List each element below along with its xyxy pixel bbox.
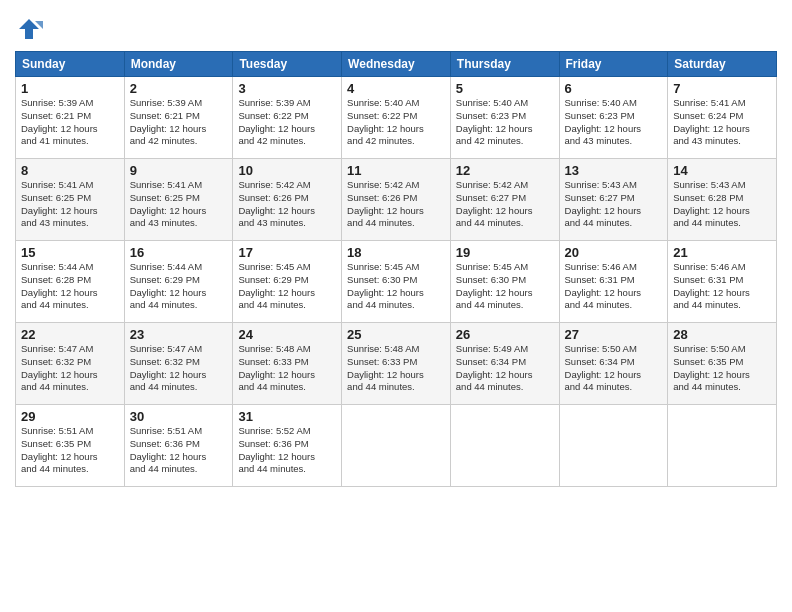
- day-info: Sunrise: 5:44 AMSunset: 6:28 PMDaylight:…: [21, 261, 98, 310]
- day-cell: 16 Sunrise: 5:44 AMSunset: 6:29 PMDaylig…: [124, 241, 233, 323]
- header-cell-sunday: Sunday: [16, 52, 125, 77]
- day-cell: 23 Sunrise: 5:47 AMSunset: 6:32 PMDaylig…: [124, 323, 233, 405]
- header-cell-saturday: Saturday: [668, 52, 777, 77]
- day-number: 13: [565, 163, 663, 178]
- day-number: 7: [673, 81, 771, 96]
- day-number: 29: [21, 409, 119, 424]
- day-info: Sunrise: 5:47 AMSunset: 6:32 PMDaylight:…: [21, 343, 98, 392]
- header-cell-wednesday: Wednesday: [342, 52, 451, 77]
- day-cell: 21 Sunrise: 5:46 AMSunset: 6:31 PMDaylig…: [668, 241, 777, 323]
- week-row-4: 22 Sunrise: 5:47 AMSunset: 6:32 PMDaylig…: [16, 323, 777, 405]
- day-info: Sunrise: 5:40 AMSunset: 6:23 PMDaylight:…: [456, 97, 533, 146]
- day-cell: 11 Sunrise: 5:42 AMSunset: 6:26 PMDaylig…: [342, 159, 451, 241]
- day-info: Sunrise: 5:48 AMSunset: 6:33 PMDaylight:…: [238, 343, 315, 392]
- day-number: 27: [565, 327, 663, 342]
- day-cell: 10 Sunrise: 5:42 AMSunset: 6:26 PMDaylig…: [233, 159, 342, 241]
- day-cell: 17 Sunrise: 5:45 AMSunset: 6:29 PMDaylig…: [233, 241, 342, 323]
- day-number: 1: [21, 81, 119, 96]
- day-cell: 30 Sunrise: 5:51 AMSunset: 6:36 PMDaylig…: [124, 405, 233, 487]
- day-cell: 6 Sunrise: 5:40 AMSunset: 6:23 PMDayligh…: [559, 77, 668, 159]
- day-cell: 1 Sunrise: 5:39 AMSunset: 6:21 PMDayligh…: [16, 77, 125, 159]
- day-info: Sunrise: 5:41 AMSunset: 6:25 PMDaylight:…: [130, 179, 207, 228]
- week-row-2: 8 Sunrise: 5:41 AMSunset: 6:25 PMDayligh…: [16, 159, 777, 241]
- day-info: Sunrise: 5:41 AMSunset: 6:25 PMDaylight:…: [21, 179, 98, 228]
- day-number: 10: [238, 163, 336, 178]
- header-row: SundayMondayTuesdayWednesdayThursdayFrid…: [16, 52, 777, 77]
- calendar-body: 1 Sunrise: 5:39 AMSunset: 6:21 PMDayligh…: [16, 77, 777, 487]
- day-cell: 26 Sunrise: 5:49 AMSunset: 6:34 PMDaylig…: [450, 323, 559, 405]
- day-number: 20: [565, 245, 663, 260]
- day-info: Sunrise: 5:44 AMSunset: 6:29 PMDaylight:…: [130, 261, 207, 310]
- day-number: 17: [238, 245, 336, 260]
- day-cell: 24 Sunrise: 5:48 AMSunset: 6:33 PMDaylig…: [233, 323, 342, 405]
- day-info: Sunrise: 5:50 AMSunset: 6:34 PMDaylight:…: [565, 343, 642, 392]
- day-cell: 19 Sunrise: 5:45 AMSunset: 6:30 PMDaylig…: [450, 241, 559, 323]
- day-cell: 25 Sunrise: 5:48 AMSunset: 6:33 PMDaylig…: [342, 323, 451, 405]
- day-number: 4: [347, 81, 445, 96]
- day-cell: 29 Sunrise: 5:51 AMSunset: 6:35 PMDaylig…: [16, 405, 125, 487]
- day-number: 21: [673, 245, 771, 260]
- day-number: 15: [21, 245, 119, 260]
- page: SundayMondayTuesdayWednesdayThursdayFrid…: [0, 0, 792, 612]
- day-number: 31: [238, 409, 336, 424]
- day-cell: 13 Sunrise: 5:43 AMSunset: 6:27 PMDaylig…: [559, 159, 668, 241]
- day-info: Sunrise: 5:46 AMSunset: 6:31 PMDaylight:…: [673, 261, 750, 310]
- day-number: 14: [673, 163, 771, 178]
- header-cell-tuesday: Tuesday: [233, 52, 342, 77]
- day-number: 19: [456, 245, 554, 260]
- day-number: 11: [347, 163, 445, 178]
- day-cell: 5 Sunrise: 5:40 AMSunset: 6:23 PMDayligh…: [450, 77, 559, 159]
- day-info: Sunrise: 5:45 AMSunset: 6:30 PMDaylight:…: [456, 261, 533, 310]
- day-cell: 3 Sunrise: 5:39 AMSunset: 6:22 PMDayligh…: [233, 77, 342, 159]
- day-number: 12: [456, 163, 554, 178]
- day-cell: 20 Sunrise: 5:46 AMSunset: 6:31 PMDaylig…: [559, 241, 668, 323]
- day-info: Sunrise: 5:43 AMSunset: 6:28 PMDaylight:…: [673, 179, 750, 228]
- logo-icon: [15, 15, 43, 43]
- day-number: 26: [456, 327, 554, 342]
- day-number: 18: [347, 245, 445, 260]
- day-cell: 14 Sunrise: 5:43 AMSunset: 6:28 PMDaylig…: [668, 159, 777, 241]
- day-cell: 31 Sunrise: 5:52 AMSunset: 6:36 PMDaylig…: [233, 405, 342, 487]
- day-info: Sunrise: 5:42 AMSunset: 6:27 PMDaylight:…: [456, 179, 533, 228]
- day-info: Sunrise: 5:47 AMSunset: 6:32 PMDaylight:…: [130, 343, 207, 392]
- logo: [15, 15, 47, 43]
- day-cell: 8 Sunrise: 5:41 AMSunset: 6:25 PMDayligh…: [16, 159, 125, 241]
- day-number: 3: [238, 81, 336, 96]
- day-number: 25: [347, 327, 445, 342]
- day-number: 8: [21, 163, 119, 178]
- day-cell: [668, 405, 777, 487]
- header: [15, 15, 777, 43]
- day-info: Sunrise: 5:51 AMSunset: 6:36 PMDaylight:…: [130, 425, 207, 474]
- day-info: Sunrise: 5:49 AMSunset: 6:34 PMDaylight:…: [456, 343, 533, 392]
- day-info: Sunrise: 5:40 AMSunset: 6:22 PMDaylight:…: [347, 97, 424, 146]
- day-cell: [559, 405, 668, 487]
- day-number: 5: [456, 81, 554, 96]
- day-info: Sunrise: 5:41 AMSunset: 6:24 PMDaylight:…: [673, 97, 750, 146]
- day-info: Sunrise: 5:42 AMSunset: 6:26 PMDaylight:…: [238, 179, 315, 228]
- day-number: 24: [238, 327, 336, 342]
- week-row-5: 29 Sunrise: 5:51 AMSunset: 6:35 PMDaylig…: [16, 405, 777, 487]
- header-cell-monday: Monday: [124, 52, 233, 77]
- header-cell-thursday: Thursday: [450, 52, 559, 77]
- day-number: 2: [130, 81, 228, 96]
- day-number: 9: [130, 163, 228, 178]
- day-cell: 15 Sunrise: 5:44 AMSunset: 6:28 PMDaylig…: [16, 241, 125, 323]
- week-row-3: 15 Sunrise: 5:44 AMSunset: 6:28 PMDaylig…: [16, 241, 777, 323]
- day-number: 6: [565, 81, 663, 96]
- day-cell: 9 Sunrise: 5:41 AMSunset: 6:25 PMDayligh…: [124, 159, 233, 241]
- day-info: Sunrise: 5:45 AMSunset: 6:29 PMDaylight:…: [238, 261, 315, 310]
- calendar-table: SundayMondayTuesdayWednesdayThursdayFrid…: [15, 51, 777, 487]
- day-cell: 7 Sunrise: 5:41 AMSunset: 6:24 PMDayligh…: [668, 77, 777, 159]
- day-info: Sunrise: 5:39 AMSunset: 6:21 PMDaylight:…: [130, 97, 207, 146]
- day-cell: 2 Sunrise: 5:39 AMSunset: 6:21 PMDayligh…: [124, 77, 233, 159]
- day-cell: [342, 405, 451, 487]
- week-row-1: 1 Sunrise: 5:39 AMSunset: 6:21 PMDayligh…: [16, 77, 777, 159]
- calendar-header: SundayMondayTuesdayWednesdayThursdayFrid…: [16, 52, 777, 77]
- day-number: 30: [130, 409, 228, 424]
- header-cell-friday: Friday: [559, 52, 668, 77]
- day-info: Sunrise: 5:50 AMSunset: 6:35 PMDaylight:…: [673, 343, 750, 392]
- day-cell: 22 Sunrise: 5:47 AMSunset: 6:32 PMDaylig…: [16, 323, 125, 405]
- day-number: 22: [21, 327, 119, 342]
- day-number: 28: [673, 327, 771, 342]
- day-number: 16: [130, 245, 228, 260]
